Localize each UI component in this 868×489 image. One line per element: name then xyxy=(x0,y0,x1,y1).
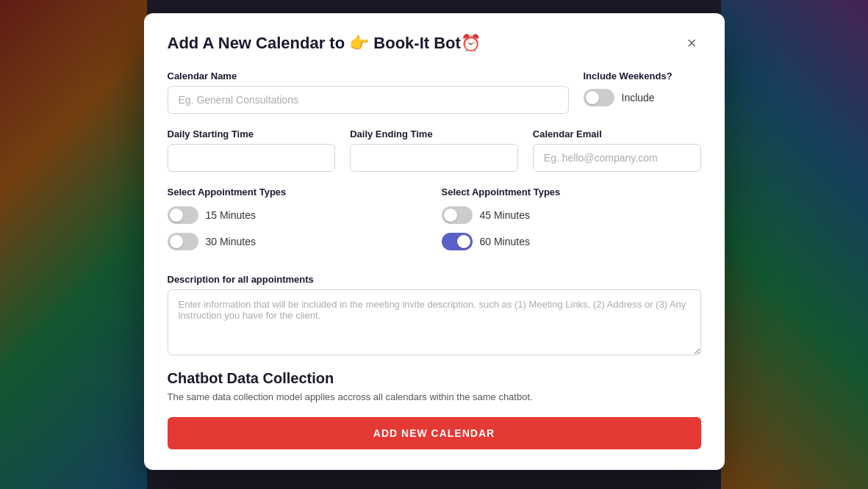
include-weekends-label: Include Weekends? xyxy=(584,70,701,82)
daily-end-input[interactable]: 4:00 PM xyxy=(350,144,518,172)
calendar-email-label: Calendar Email xyxy=(533,128,701,140)
toggle-15min[interactable] xyxy=(168,206,198,224)
calendar-email-group: Calendar Email xyxy=(533,128,701,172)
slider-15min xyxy=(168,206,198,224)
label-30min: 30 Minutes xyxy=(206,236,256,247)
daily-start-input[interactable]: 9:00 AM xyxy=(168,144,336,172)
daily-end-label: Daily Ending Time xyxy=(350,128,518,140)
add-calendar-modal: Add A New Calendar to 👉 Book-It Bot⏰ × C… xyxy=(144,13,725,470)
toggle-slider-weekends xyxy=(584,89,614,106)
slider-60min xyxy=(442,233,473,250)
label-45min: 45 Minutes xyxy=(480,209,530,221)
slider-45min xyxy=(442,206,473,224)
daily-start-label: Daily Starting Time xyxy=(168,128,336,140)
appt-option-60: 60 Minutes xyxy=(442,233,701,250)
calendar-email-input[interactable] xyxy=(533,144,701,172)
label-60min: 60 Minutes xyxy=(480,236,530,247)
row-times-email: Daily Starting Time 9:00 AM Daily Ending… xyxy=(168,128,701,172)
appt-types-left-title: Select Appointment Types xyxy=(168,186,427,198)
appt-option-15: 15 Minutes xyxy=(168,206,427,224)
appt-types-right-title: Select Appointment Types xyxy=(442,186,701,198)
include-label: Include xyxy=(622,92,655,104)
description-group: Description for all appointments xyxy=(168,274,701,355)
include-weekends-toggle[interactable] xyxy=(584,89,614,106)
calendar-name-label: Calendar Name xyxy=(168,70,569,82)
description-textarea[interactable] xyxy=(168,289,701,355)
daily-start-group: Daily Starting Time 9:00 AM xyxy=(168,128,336,172)
include-weekends-toggle-group: Include xyxy=(584,89,701,106)
chatbot-data-section: Chatbot Data Collection The same data co… xyxy=(168,370,701,402)
chatbot-section-desc: The same data collection model applies a… xyxy=(168,391,701,402)
toggle-60min[interactable] xyxy=(442,233,473,250)
modal-overlay: Add A New Calendar to 👉 Book-It Bot⏰ × C… xyxy=(0,0,868,489)
appt-option-30: 30 Minutes xyxy=(168,233,427,250)
toggle-30min[interactable] xyxy=(168,233,198,250)
appt-types-right: Select Appointment Types 45 Minutes 60 M… xyxy=(442,186,701,259)
appt-option-45: 45 Minutes xyxy=(442,206,701,224)
include-weekends-group: Include Weekends? Include xyxy=(584,70,701,106)
toggle-45min[interactable] xyxy=(442,206,473,224)
appt-types-left: Select Appointment Types 15 Minutes 30 M… xyxy=(168,186,427,259)
modal-header: Add A New Calendar to 👉 Book-It Bot⏰ × xyxy=(168,34,701,53)
close-modal-button[interactable]: × xyxy=(683,34,701,53)
appointment-types-section: Select Appointment Types 15 Minutes 30 M… xyxy=(168,186,701,259)
modal-title: Add A New Calendar to 👉 Book-It Bot⏰ xyxy=(168,34,481,53)
calendar-name-input[interactable] xyxy=(168,86,569,114)
add-new-calendar-button[interactable]: ADD NEW CALENDAR xyxy=(168,417,701,449)
description-label: Description for all appointments xyxy=(168,274,701,285)
chatbot-section-title: Chatbot Data Collection xyxy=(168,370,701,387)
label-15min: 15 Minutes xyxy=(206,209,256,221)
row-calendar-name-weekends: Calendar Name Include Weekends? Include xyxy=(168,70,701,114)
calendar-name-group: Calendar Name xyxy=(168,70,569,114)
slider-30min xyxy=(168,233,198,250)
daily-end-group: Daily Ending Time 4:00 PM xyxy=(350,128,518,172)
